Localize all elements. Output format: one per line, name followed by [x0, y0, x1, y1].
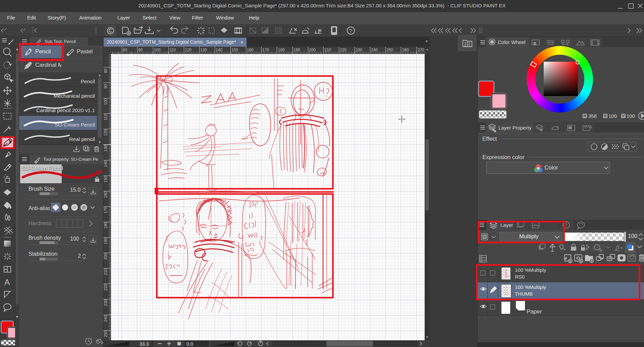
svg-text:A: A: [4, 278, 10, 287]
svg-text:?: ?: [349, 28, 352, 34]
